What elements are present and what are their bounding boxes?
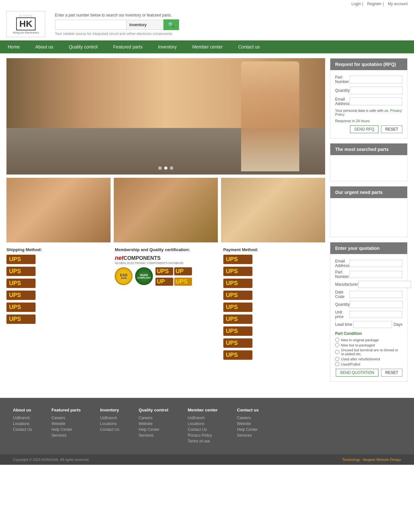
footer-member-terms[interactable]: Terms of use — [188, 439, 218, 443]
footer-about-contact[interactable]: Contact Us — [13, 427, 32, 432]
carousel-dot-3[interactable] — [170, 166, 173, 170]
cert-badges: ESDSAFE RoHSCOMPLIANT UPS UP UP UPS — [115, 267, 217, 287]
quot-part-label: Part Number — [335, 270, 349, 279]
register-link[interactable]: Register — [367, 2, 382, 6]
thumbnail-2[interactable] — [114, 178, 218, 242]
carousel-dot-2[interactable] — [164, 166, 167, 170]
send-quotation-button[interactable]: SEND QUOTATION — [336, 369, 378, 377]
nav-quality[interactable]: Quality control — [61, 40, 105, 53]
quot-price-input[interactable] — [349, 311, 402, 318]
footer-contact-careers[interactable]: Careers — [237, 416, 259, 420]
cond-option-4[interactable]: Used after refurbishment — [335, 357, 402, 361]
rfq-reset-button[interactable]: RESET — [381, 125, 402, 133]
cond-radio-3[interactable] — [335, 350, 339, 354]
rfq-qty-row: Quantity — [335, 87, 402, 94]
cond-option-1[interactable]: New in original package — [335, 338, 402, 342]
nav-inventory[interactable]: Inventory — [150, 40, 185, 53]
footer-member: Member center UsBranch Locations Contact… — [188, 408, 218, 445]
footer-about-usbranch[interactable]: UsBranch — [13, 416, 32, 420]
quot-qty-input[interactable] — [350, 301, 403, 308]
footer-featured-services[interactable]: Services — [51, 433, 80, 438]
rfq-email-row: Email Address — [335, 97, 402, 106]
ups-logo-1: UPS — [6, 255, 36, 264]
footer-inventory-title: Inventory — [100, 408, 119, 412]
footer-inventory: Inventory UsBranch Locations Contact Us — [100, 408, 119, 445]
ups-logo-2: UPS — [6, 267, 36, 276]
quot-mfr-input[interactable] — [358, 281, 411, 288]
cond-option-3[interactable]: Unused but terminal are re-tinned or re-… — [335, 348, 402, 356]
quot-mfr-label: Manufacturer — [335, 282, 358, 287]
quot-lead-input[interactable] — [353, 321, 392, 328]
footer-inv-usbranch[interactable]: UsBranch — [100, 416, 119, 420]
quot-email-input[interactable] — [349, 260, 402, 267]
pay-logo-9: UPS — [223, 350, 252, 360]
rfq-part-input[interactable] — [349, 76, 402, 83]
footer-quality-help[interactable]: Help Center — [139, 427, 168, 432]
quot-reset-button[interactable]: RESET — [381, 369, 402, 377]
footer-contact-website[interactable]: Website — [237, 421, 259, 426]
quot-date-input[interactable] — [349, 291, 402, 298]
cond-radio-4[interactable] — [335, 357, 339, 361]
thumbnail-1[interactable] — [6, 178, 111, 242]
quot-price-label: Unit price — [335, 310, 349, 319]
login-link[interactable]: Login — [351, 2, 361, 6]
nav-home[interactable]: Home — [0, 40, 27, 53]
footer-inv-locations[interactable]: Locations — [100, 421, 119, 426]
footer-about-locations[interactable]: Locations — [13, 421, 32, 426]
footer-featured-careers[interactable]: Careers — [51, 416, 80, 420]
footer-quality-services[interactable]: Services — [139, 433, 168, 438]
send-rfq-button[interactable]: SEND RFQ — [350, 125, 378, 133]
ups-logo-6: UPS — [6, 314, 36, 324]
rfq-email-input[interactable] — [349, 98, 402, 105]
search-tagline: Your reliable source for integrated circ… — [55, 32, 408, 36]
rfq-part-label: Part Number — [335, 75, 349, 84]
footer-member-usbranch[interactable]: UsBranch — [188, 416, 218, 420]
search-input[interactable] — [55, 20, 126, 29]
logo-dots: ◇ ◇ ◇ ◇ — [9, 14, 42, 17]
footer-quality-website[interactable]: Website — [139, 421, 168, 426]
footer-contact-services[interactable]: Services — [237, 433, 259, 438]
footer-inv-contact[interactable]: Contact Us — [100, 427, 119, 432]
cond-option-2[interactable]: New but re-packaged — [335, 343, 402, 347]
footer-bottom: Copyright © 2015 HONGHAI. All rights res… — [0, 454, 414, 465]
quotation-header: Enter your quotation — [330, 242, 407, 254]
search-dropdown[interactable]: Inventory Featured parts — [126, 20, 163, 29]
ups-small-grid: UPS UP UP UPS — [155, 267, 192, 287]
footer-contact-help[interactable]: Help Center — [237, 427, 259, 432]
search-button[interactable]: 🔍 — [164, 19, 179, 30]
footer-member-contact[interactable]: Contact Us — [188, 427, 218, 432]
quotation-body: Email Address Part Number Manufacturer D… — [330, 254, 407, 381]
footer-featured-title: Featured parts — [51, 408, 80, 412]
footer-member-privacy[interactable]: Privacu Policy — [188, 433, 218, 438]
footer-about: About us UsBranch Locations Contact Us — [13, 408, 32, 445]
nav-member[interactable]: Member center — [185, 40, 230, 53]
search-description: Enter a part number below to search our … — [55, 13, 408, 17]
cond-radio-5[interactable] — [335, 362, 339, 366]
footer-featured: Featured parts Careers Website Help Cent… — [51, 408, 80, 445]
cond-option-5[interactable]: Used/Pulled — [335, 362, 402, 366]
quot-email-row: Email Address — [335, 259, 402, 268]
shipping-section: Shipping Method: UPS UPS UPS UPS UPS UPS — [6, 247, 108, 361]
pay-logo-4: UPS — [223, 291, 252, 300]
cond-radio-1[interactable] — [335, 338, 339, 342]
nav-contact[interactable]: Contact us — [230, 40, 268, 53]
left-column: Shipping Method: UPS UPS UPS UPS UPS UPS… — [6, 58, 325, 387]
nav-featured[interactable]: Featured parts — [105, 40, 150, 53]
payment-logos: UPS UPS UPS UPS UPS UPS UPS UPS UPS — [223, 255, 325, 361]
rfq-qty-input[interactable] — [350, 87, 403, 94]
ups-logo-4: UPS — [6, 291, 36, 300]
thumbnail-3[interactable] — [221, 178, 325, 242]
myaccount-link[interactable]: My account — [388, 2, 408, 6]
cond-radio-2[interactable] — [335, 343, 339, 347]
carousel-dot-1[interactable] — [158, 166, 162, 170]
nav-about[interactable]: About us — [27, 40, 61, 53]
footer-quality-careers[interactable]: Careers — [139, 416, 168, 420]
quot-part-input[interactable] — [349, 271, 402, 278]
pay-logo-8: UPS — [223, 338, 252, 348]
footer-member-locations[interactable]: Locations — [188, 421, 218, 426]
quot-date-label: Date Code — [335, 290, 349, 299]
main-carousel[interactable] — [6, 58, 325, 175]
rfq-email-label: Email Address — [335, 97, 349, 106]
footer-featured-help[interactable]: Help Center — [51, 427, 80, 432]
footer-featured-website[interactable]: Website — [51, 421, 80, 426]
